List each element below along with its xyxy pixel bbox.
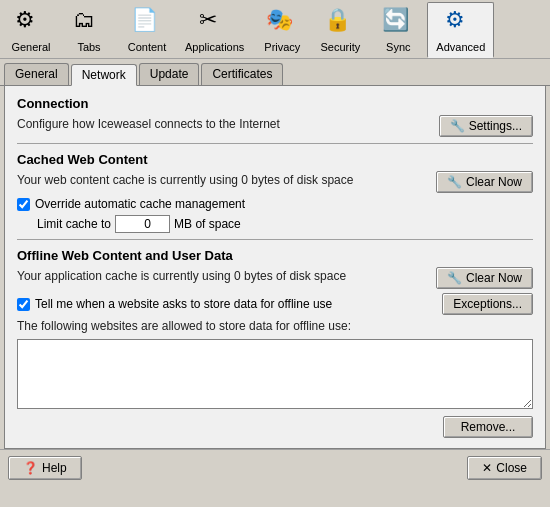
clear-cache-button[interactable]: 🔧 Clear Now bbox=[436, 171, 533, 193]
clear-offline-button[interactable]: 🔧 Clear Now bbox=[436, 267, 533, 289]
clear-cache-icon: 🔧 bbox=[447, 175, 462, 189]
applications-icon: ✂ bbox=[199, 7, 231, 39]
advanced-icon: ⚙ bbox=[445, 7, 477, 39]
toolbar-item-tabs[interactable]: 🗂 Tabs bbox=[60, 2, 118, 58]
offline-desc-row: Your application cache is currently usin… bbox=[17, 267, 533, 289]
security-icon: 🔒 bbox=[324, 7, 356, 39]
toolbar-item-general[interactable]: ⚙ General bbox=[2, 2, 60, 58]
toolbar-label-advanced: Advanced bbox=[436, 41, 485, 53]
websites-label: The following websites are allowed to st… bbox=[17, 319, 533, 333]
tab-certificates[interactable]: Certificates bbox=[201, 63, 283, 85]
offline-title: Offline Web Content and User Data bbox=[17, 248, 533, 263]
tell-me-label: Tell me when a website asks to store dat… bbox=[35, 297, 332, 311]
override-cache-checkbox[interactable] bbox=[17, 198, 30, 211]
close-icon: ✕ bbox=[482, 461, 492, 475]
limit-cache-label: Limit cache to bbox=[37, 217, 111, 231]
tell-me-checkbox-row: Tell me when a website asks to store dat… bbox=[17, 297, 332, 311]
cached-content-title: Cached Web Content bbox=[17, 152, 533, 167]
tell-me-checkbox[interactable] bbox=[17, 298, 30, 311]
toolbar-label-sync: Sync bbox=[386, 41, 410, 53]
settings-icon: 🔧 bbox=[450, 119, 465, 133]
tab-general[interactable]: General bbox=[4, 63, 69, 85]
toolbar-item-privacy[interactable]: 🎭 Privacy bbox=[253, 2, 311, 58]
tab-update[interactable]: Update bbox=[139, 63, 200, 85]
toolbar-label-general: General bbox=[11, 41, 50, 53]
toolbar-label-privacy: Privacy bbox=[264, 41, 300, 53]
clear-offline-icon: 🔧 bbox=[447, 271, 462, 285]
general-icon: ⚙ bbox=[15, 7, 47, 39]
settings-button[interactable]: 🔧 Settings... bbox=[439, 115, 533, 137]
websites-list[interactable] bbox=[17, 339, 533, 409]
toolbar-item-sync[interactable]: 🔄 Sync bbox=[369, 2, 427, 58]
limit-cache-row: Limit cache to MB of space bbox=[37, 215, 533, 233]
toolbar-label-content: Content bbox=[128, 41, 167, 53]
help-button[interactable]: ❓ Help bbox=[8, 456, 82, 480]
close-button[interactable]: ✕ Close bbox=[467, 456, 542, 480]
remove-button[interactable]: Remove... bbox=[443, 416, 533, 438]
sync-icon: 🔄 bbox=[382, 7, 414, 39]
toolbar-item-security[interactable]: 🔒 Security bbox=[311, 2, 369, 58]
tab-network[interactable]: Network bbox=[71, 64, 137, 86]
content-icon: 📄 bbox=[131, 7, 163, 39]
offline-desc: Your application cache is currently usin… bbox=[17, 269, 346, 283]
toolbar-label-applications: Applications bbox=[185, 41, 244, 53]
remove-row: Remove... bbox=[17, 416, 533, 438]
exceptions-button[interactable]: Exceptions... bbox=[442, 293, 533, 315]
override-cache-label: Override automatic cache management bbox=[35, 197, 245, 211]
limit-cache-unit: MB of space bbox=[174, 217, 241, 231]
toolbar-label-tabs: Tabs bbox=[77, 41, 100, 53]
toolbar-item-content[interactable]: 📄 Content bbox=[118, 2, 176, 58]
toolbar-item-applications[interactable]: ✂ Applications bbox=[176, 2, 253, 58]
tab-bar: General Network Update Certificates bbox=[0, 59, 550, 86]
cached-content-desc: Your web content cache is currently usin… bbox=[17, 173, 353, 187]
limit-cache-input[interactable] bbox=[115, 215, 170, 233]
tabs-icon: 🗂 bbox=[73, 7, 105, 39]
toolbar: ⚙ General 🗂 Tabs 📄 Content ✂ Application… bbox=[0, 0, 550, 59]
footer: ❓ Help ✕ Close bbox=[0, 449, 550, 486]
connection-desc: Configure how Iceweasel connects to the … bbox=[17, 117, 280, 131]
toolbar-label-security: Security bbox=[320, 41, 360, 53]
privacy-icon: 🎭 bbox=[266, 7, 298, 39]
tell-me-row: Tell me when a website asks to store dat… bbox=[17, 293, 533, 315]
connection-row: Configure how Iceweasel connects to the … bbox=[17, 115, 533, 137]
help-icon: ❓ bbox=[23, 461, 38, 475]
connection-title: Connection bbox=[17, 96, 533, 111]
separator-1 bbox=[17, 143, 533, 144]
toolbar-item-advanced[interactable]: ⚙ Advanced bbox=[427, 2, 494, 58]
override-cache-row: Override automatic cache management bbox=[17, 197, 533, 211]
separator-2 bbox=[17, 239, 533, 240]
cached-content-row: Your web content cache is currently usin… bbox=[17, 171, 533, 193]
main-content: Connection Configure how Iceweasel conne… bbox=[4, 86, 546, 449]
